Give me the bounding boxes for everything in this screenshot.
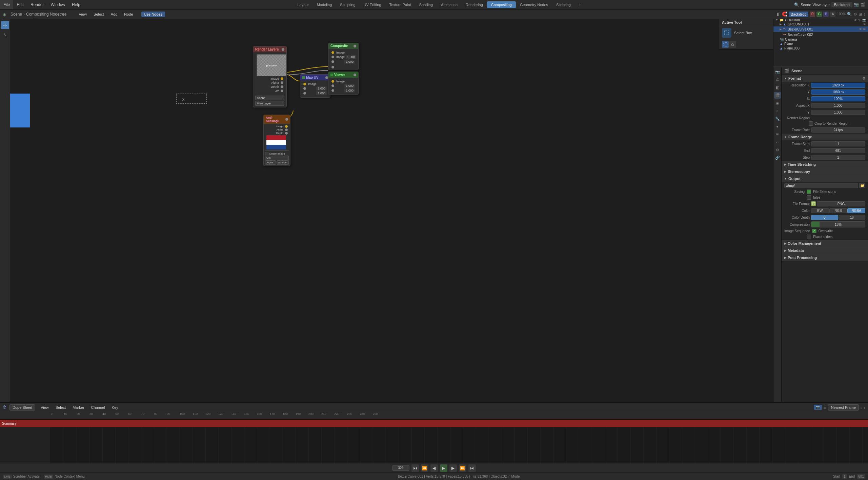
tab-texture-paint[interactable]: Texture Paint <box>385 1 415 8</box>
composite-close[interactable] <box>354 45 356 47</box>
prop-icon-output[interactable]: 🖨 <box>774 76 781 83</box>
bezier1-edit[interactable]: ✏ <box>863 27 866 31</box>
toggle-sidebar-icon[interactable]: ◧ <box>776 12 781 17</box>
rgb-r-icon[interactable]: R <box>810 12 815 17</box>
snap-icon[interactable]: 🧲 <box>782 12 787 17</box>
tab-scripting[interactable]: Scripting <box>552 1 575 8</box>
format-options-icon[interactable]: ⚙ <box>862 77 865 80</box>
df-alpha-input[interactable]: Alpha <box>265 160 276 165</box>
node-editor-canvas[interactable]: ✕ Render Layers <box>10 19 868 402</box>
header-select[interactable]: Select <box>91 12 107 17</box>
dope-sheet-icon[interactable]: ⏱ <box>3 405 7 410</box>
compression-slider[interactable]: 15% <box>811 221 865 227</box>
outliner-item-plane[interactable]: ▲ Plane <box>773 42 868 46</box>
settings-icon[interactable]: ⚙ <box>853 12 857 17</box>
header-view[interactable]: View <box>76 12 89 17</box>
tab-uv-editing[interactable]: UV Editing <box>360 1 385 8</box>
time-stretching-header[interactable]: ▶ Time Stretching <box>782 161 868 168</box>
viewlayer-selector[interactable]: ViewLayer <box>255 101 284 106</box>
output-path-value[interactable]: //tmp/ <box>784 183 858 188</box>
use-alpha-check[interactable] <box>302 76 305 79</box>
header-add[interactable]: Add <box>108 12 120 17</box>
step-back-btn[interactable]: ⏪ <box>421 464 428 472</box>
dope-key[interactable]: Key <box>109 405 121 410</box>
cache-result-check[interactable] <box>807 195 811 200</box>
rgb-a-icon[interactable]: A <box>830 12 835 17</box>
tab-compositing[interactable]: Compositing <box>487 1 516 8</box>
outliner-item-bezier2[interactable]: 〜 BezierCurve.002 <box>773 32 868 37</box>
frame-current-input[interactable]: 321 <box>392 465 409 471</box>
format-section-header[interactable]: ▼ Format ⚙ <box>782 75 868 82</box>
frame-range-header[interactable]: ▼ Frame Range <box>782 134 868 140</box>
start-val[interactable]: 1 <box>842 474 847 479</box>
file-format-value[interactable]: PNG <box>817 201 865 206</box>
color-management-header[interactable]: ▶ Color Management <box>782 240 868 247</box>
dutch-flag-node[interactable]: Anti-Aliasing0 Image Alpha Depth <box>263 115 290 166</box>
add-workspace-button[interactable]: + <box>575 1 585 8</box>
prop-icon-constraints[interactable]: 🔗 <box>774 154 781 161</box>
tab-modeling[interactable]: Modeling <box>313 1 336 8</box>
dope-expand-icon[interactable]: ↕ <box>860 405 862 409</box>
color-bw-btn[interactable]: BW <box>811 208 829 213</box>
tab-geometry-nodes[interactable]: Geometry Nodes <box>516 1 552 8</box>
render-anim-icon[interactable]: 🎬 <box>860 2 865 7</box>
step-fwd-btn[interactable]: ⏩ <box>459 464 466 472</box>
outliner-item-plane3[interactable]: ▲ Plane.003 <box>773 46 868 51</box>
outliner-item-ground[interactable]: ▶ ▲ GROUND.001 👁 <box>773 22 868 26</box>
play-btn[interactable]: ▶ <box>440 464 447 472</box>
backdrop-icon[interactable]: Backdrop <box>789 12 808 17</box>
viewer-close[interactable] <box>354 74 356 76</box>
use-nodes-button[interactable]: Use Nodes <box>141 12 165 17</box>
metadata-header[interactable]: ▶ Metadata <box>782 247 868 254</box>
rgb-b-icon[interactable]: B <box>823 12 829 17</box>
aspect-y-value[interactable]: 1.000 <box>811 110 865 115</box>
prop-icon-render[interactable]: 📷 <box>774 68 781 75</box>
next-keyframe-btn[interactable]: ▶ <box>449 464 457 472</box>
viewer-use-alpha[interactable] <box>330 74 333 76</box>
search-scene-icon[interactable]: 🔍 <box>794 2 799 7</box>
ground-eye[interactable]: 👁 <box>863 23 866 26</box>
prop-icon-particles[interactable]: ∷ <box>774 139 781 145</box>
prop-icon-physics[interactable]: ⚙ <box>774 146 781 153</box>
rgb-g-icon[interactable]: G <box>816 12 822 17</box>
prop-icon-material[interactable]: ● <box>774 123 781 130</box>
df-col-input[interactable]: Col. <box>265 156 289 160</box>
prev-keyframe-btn[interactable]: ◀ <box>430 464 438 472</box>
df-straight-input[interactable]: Straight <box>277 160 289 165</box>
expand-icon[interactable]: ↕ <box>863 12 865 17</box>
dope-select[interactable]: Select <box>53 405 69 410</box>
color-rgba-btn[interactable]: RGBA <box>847 208 865 213</box>
bezier1-eye[interactable]: 👁 <box>859 27 862 31</box>
tab-shading[interactable]: Shading <box>415 1 437 8</box>
res-pct-value[interactable]: 100% <box>811 96 865 101</box>
frame-start-value[interactable]: 1 <box>811 141 865 146</box>
dope-marker[interactable]: Marker <box>70 405 87 410</box>
overwrite-check[interactable]: ✓ <box>812 229 816 233</box>
map-uv-close[interactable] <box>325 76 328 79</box>
tool-cursor[interactable]: ↖ <box>1 31 9 39</box>
viewer-node[interactable]: Viewer Image 1.000 <box>328 72 359 95</box>
output-path-browse[interactable]: 📁 <box>859 183 865 188</box>
output-section-header[interactable]: ▼ Output <box>782 175 868 182</box>
df-single-check[interactable] <box>265 152 268 155</box>
prop-icon-modifier[interactable]: 🔧 <box>774 115 781 122</box>
render-layers-close[interactable] <box>282 48 284 51</box>
header-node[interactable]: Node <box>121 12 136 17</box>
outliner-item-camera[interactable]: 📷 Camera <box>773 37 868 42</box>
tab-layout[interactable]: Layout <box>294 1 313 8</box>
depth-16-btn[interactable]: 16 <box>839 215 866 220</box>
render-icon[interactable]: 📷 <box>854 2 859 7</box>
engine-selector[interactable]: Backdrop <box>831 2 852 7</box>
aspect-x-value[interactable]: 1.000 <box>811 103 865 108</box>
dope-backdrop-icon[interactable]: 📷 <box>814 405 822 410</box>
dutch-flag-close[interactable] <box>285 118 288 121</box>
prop-icon-view-layer[interactable]: ◧ <box>774 84 781 91</box>
frame-step-value[interactable]: 1 <box>811 155 865 160</box>
menu-file[interactable]: File <box>0 0 13 9</box>
scene-selector[interactable]: Scene <box>255 96 284 100</box>
color-rgb-btn[interactable]: RGB <box>829 208 847 213</box>
render-layers-node[interactable]: Render Layers preview Image Alpha <box>253 46 287 107</box>
file-extensions-check[interactable]: ✓ <box>807 189 811 194</box>
outliner-item-bezier1[interactable]: ▶ 〜 BezierCurve.001 👁 ✏ <box>773 26 868 32</box>
menu-help[interactable]: Help <box>68 0 84 9</box>
